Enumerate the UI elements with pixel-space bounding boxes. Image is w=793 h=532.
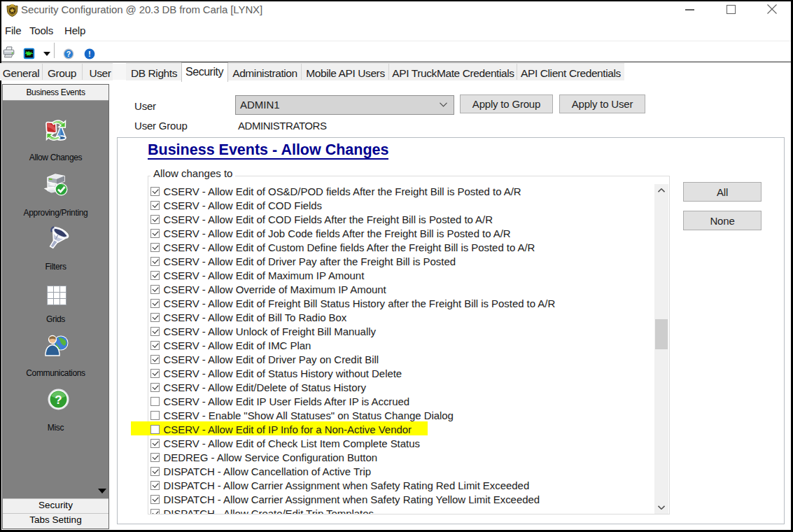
svg-text:?: ?: [66, 50, 71, 58]
svg-text:!: !: [88, 50, 91, 58]
svg-text:?: ?: [55, 393, 62, 407]
